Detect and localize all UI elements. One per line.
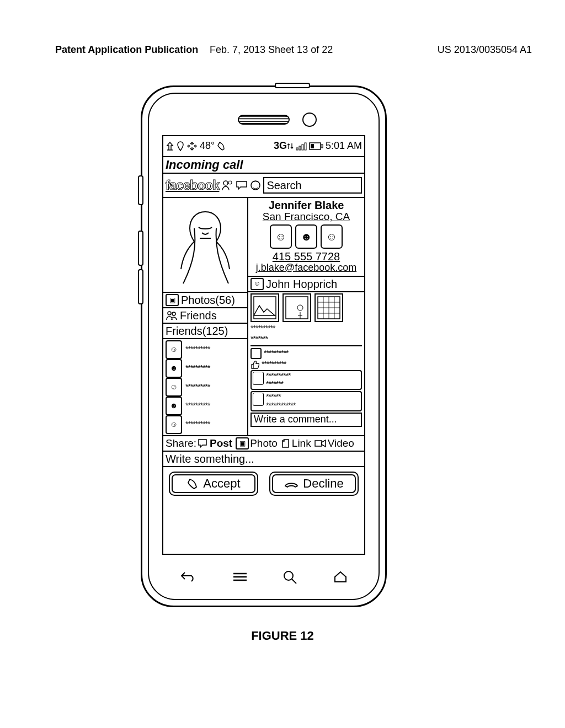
friend-requests-icon[interactable] <box>221 180 233 191</box>
mini-photo[interactable]: ☺ <box>321 224 343 249</box>
svg-rect-7 <box>311 144 314 148</box>
comment-line: ****** <box>266 393 295 401</box>
friend-thumb: ☻ <box>166 359 182 378</box>
post-icon[interactable] <box>198 438 209 448</box>
temperature: 48° <box>200 141 215 152</box>
comment-row[interactable]: ********** ******* <box>250 370 362 390</box>
incoming-call-label: Incoming call <box>163 157 364 174</box>
phone-body: 48° 3G 5:01 AM Incoming call <box>141 85 387 607</box>
menu-key[interactable] <box>232 571 248 582</box>
messages-icon[interactable] <box>236 180 248 191</box>
profile-location: San Francisco, CA <box>249 211 363 223</box>
profile-photo[interactable] <box>163 198 247 293</box>
search-key[interactable] <box>282 570 298 584</box>
call-buttons: Accept Decline <box>163 467 364 500</box>
friends-count[interactable]: Friends(125) <box>163 324 247 339</box>
decline-button[interactable]: Decline <box>269 472 359 496</box>
svg-point-15 <box>297 305 303 311</box>
svg-point-9 <box>223 181 228 185</box>
svg-point-10 <box>228 181 232 184</box>
figure-caption: FIGURE 12 <box>0 629 565 643</box>
search-input[interactable]: Search <box>263 177 362 194</box>
write-something-input[interactable]: Write something... <box>163 452 364 467</box>
share-video[interactable]: Video <box>328 438 354 449</box>
profile-email[interactable]: j.blake@facebook.com <box>249 263 363 274</box>
friends-tab-label: Friends <box>180 309 217 322</box>
app-header: facebook Search <box>163 174 364 198</box>
friend-row[interactable]: ☺********** <box>166 378 245 397</box>
post-image[interactable] <box>250 293 279 322</box>
photos-link[interactable]: ▣ Photos(56) <box>163 293 247 308</box>
photo-icon: ▣ <box>166 294 179 306</box>
friends-count-label: Friends(125) <box>166 325 228 337</box>
post-text-line: ********** <box>250 324 362 333</box>
mini-photo[interactable]: ☺ <box>270 224 292 249</box>
tagged-photo-line[interactable]: ********** <box>250 348 362 359</box>
svg-rect-17 <box>315 441 322 446</box>
share-label: Share: <box>166 438 196 449</box>
svg-rect-14 <box>286 297 308 319</box>
comment-row[interactable]: ****** ************ <box>250 391 362 411</box>
post-text-line: ******* <box>250 335 362 343</box>
top-button <box>275 83 310 88</box>
accept-label: Accept <box>203 477 240 490</box>
like-icon <box>250 360 259 369</box>
share-photo[interactable]: Photo <box>250 438 278 449</box>
friend-name-masked: ********** <box>185 402 210 410</box>
friend-list: ☺********** ☻********** ☺********** ☻***… <box>163 339 247 435</box>
sync-icon <box>186 141 198 151</box>
video-icon[interactable] <box>315 439 327 448</box>
post-image[interactable] <box>282 293 311 322</box>
svg-point-18 <box>284 571 293 580</box>
accept-phone-icon <box>186 478 199 490</box>
share-photo-icon[interactable]: ▣ <box>236 437 249 449</box>
decline-phone-icon <box>284 479 299 488</box>
profile-name: Jennifer Blake <box>249 199 363 211</box>
comment-line: ********** <box>266 372 290 380</box>
friend-row[interactable]: ☻********** <box>166 397 245 415</box>
softkey-bar <box>162 566 365 588</box>
friends-link[interactable]: Friends <box>163 308 247 324</box>
share-link[interactable]: Link <box>292 438 311 449</box>
friend-name-masked: ********** <box>185 383 210 391</box>
friend-row[interactable]: ☺********** <box>166 415 245 434</box>
masked-text: ********** <box>262 360 286 368</box>
profile-info: Jennifer Blake San Francisco, CA ☺ ☻ ☺ 4… <box>248 198 364 277</box>
signal-icon <box>296 142 307 151</box>
friend-name-masked: ********** <box>185 364 210 372</box>
mini-photo[interactable]: ☻ <box>295 224 317 249</box>
post-author: John Hopprich <box>266 278 337 290</box>
upload-icon <box>166 141 174 151</box>
pub-number: US 2013/0035054 A1 <box>438 44 532 56</box>
home-key[interactable] <box>333 570 348 584</box>
friends-icon <box>166 311 178 320</box>
masked-text: ********** <box>264 349 288 357</box>
photo-small-icon <box>250 348 262 359</box>
profile-phone[interactable]: 415 555 7728 <box>249 250 363 263</box>
back-key[interactable] <box>179 570 197 584</box>
friend-thumb: ☺ <box>166 415 182 434</box>
network-label: 3G <box>274 141 287 152</box>
svg-rect-5 <box>305 143 306 150</box>
phone-bezel: 48° 3G 5:01 AM Incoming call <box>148 93 380 600</box>
side-button-1 <box>138 175 143 205</box>
accept-button[interactable]: Accept <box>169 472 258 496</box>
friend-row[interactable]: ☻********** <box>166 359 245 378</box>
post-image[interactable] <box>315 293 343 322</box>
svg-rect-2 <box>296 148 298 150</box>
like-line[interactable]: ********** <box>250 360 362 369</box>
share-post[interactable]: Post <box>210 438 232 449</box>
svg-point-12 <box>168 312 171 315</box>
link-icon[interactable] <box>281 438 291 448</box>
status-bar: 48° 3G 5:01 AM <box>163 136 364 157</box>
post-author-row[interactable]: ☺ John Hopprich <box>248 277 364 292</box>
phone-status-icon <box>217 141 226 151</box>
friend-name-masked: ********** <box>185 345 210 354</box>
notifications-icon[interactable] <box>250 180 261 191</box>
gps-icon <box>177 141 184 151</box>
author-thumb-icon: ☺ <box>250 278 264 290</box>
right-column: Jennifer Blake San Francisco, CA ☺ ☻ ☺ 4… <box>248 198 364 435</box>
comment-input[interactable]: Write a comment... <box>250 413 362 427</box>
friend-row[interactable]: ☺********** <box>166 340 245 359</box>
svg-rect-3 <box>299 146 301 150</box>
